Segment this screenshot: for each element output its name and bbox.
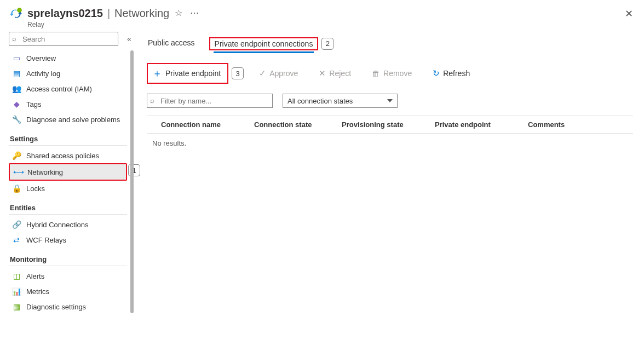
sidebar-item-tags[interactable]: ◆ Tags — [9, 96, 127, 112]
approve-button[interactable]: ✓ Approve — [254, 66, 303, 81]
col-connection-name[interactable]: Connection name — [161, 120, 254, 129]
blade-header: sprelayns0215 | Networking ☆ ⋯ Relay ✕ — [0, 0, 644, 32]
close-icon: ✕ — [625, 8, 633, 19]
sidebar-search-input[interactable] — [9, 32, 118, 46]
col-connection-state[interactable]: Connection state — [254, 120, 342, 129]
sidebar-item-overview[interactable]: ▭ Overview — [9, 50, 127, 66]
remove-button[interactable]: 🗑 Remove — [366, 66, 417, 81]
search-icon: ⌕ — [150, 96, 154, 105]
lock-icon: 🔒 — [12, 184, 21, 193]
hybrid-icon: 🔗 — [12, 220, 21, 229]
x-icon: ✕ — [319, 68, 326, 78]
chevron-left-icon: « — [127, 34, 131, 43]
col-provisioning-state[interactable]: Provisioning state — [342, 120, 435, 129]
refresh-icon: ↻ — [433, 68, 440, 78]
tab-bar: Public access Private endpoint connectio… — [147, 35, 633, 52]
sidebar-item-label: Diagnostic settings — [26, 303, 86, 311]
grid-empty-message: No results. — [147, 134, 633, 153]
check-icon: ✓ — [259, 68, 266, 78]
diagnose-icon: 🔧 — [12, 115, 21, 124]
overview-icon: ▭ — [12, 54, 21, 62]
search-icon: ⌕ — [12, 34, 16, 43]
sidebar-item-hybrid-connections[interactable]: 🔗 Hybrid Connections — [9, 217, 127, 232]
resource-name: sprelayns0215 — [27, 7, 103, 20]
sidebar-item-label: Diagnose and solve problems — [26, 116, 120, 124]
connections-grid: Connection name Connection state Provisi… — [147, 116, 633, 153]
sidebar-section-settings: Settings — [10, 135, 127, 143]
grid-header-row: Connection name Connection state Provisi… — [147, 116, 633, 134]
col-private-endpoint[interactable]: Private endpoint — [435, 120, 528, 129]
sidebar-item-metrics[interactable]: 📊 Metrics — [9, 284, 127, 299]
sidebar-item-label: Alerts — [26, 272, 44, 280]
sidebar-item-access-control[interactable]: 👥 Access control (IAM) — [9, 81, 127, 96]
metrics-icon: 📊 — [12, 287, 21, 296]
sidebar-item-label: Shared access policies — [26, 152, 99, 160]
networking-icon: ⟷ — [13, 168, 22, 176]
wcf-icon: ⇄ — [12, 235, 21, 244]
more-button[interactable]: ⋯ — [188, 7, 201, 20]
diagnostic-icon: ▦ — [12, 302, 21, 311]
cmd-label: Refresh — [443, 69, 470, 78]
key-icon: 🔑 — [12, 151, 21, 160]
sidebar-item-shared-access-policies[interactable]: 🔑 Shared access policies — [9, 148, 127, 163]
callout-badge-2: 2 — [321, 38, 334, 50]
sidebar-item-label: Access control (IAM) — [26, 85, 92, 93]
ellipsis-icon: ⋯ — [190, 8, 199, 18]
iam-icon: 👥 — [12, 84, 21, 93]
sidebar-item-alerts[interactable]: ◫ Alerts — [9, 268, 127, 284]
star-icon: ☆ — [175, 8, 182, 18]
sidebar-item-activity-log[interactable]: ▤ Activity log — [9, 66, 127, 81]
svg-point-0 — [17, 8, 22, 13]
sidebar-item-label: Overview — [26, 54, 56, 62]
cmd-label: Reject — [329, 69, 351, 78]
alerts-icon: ◫ — [12, 272, 21, 280]
sidebar-item-label: Metrics — [26, 287, 49, 296]
add-private-endpoint-button[interactable]: ＋ Private endpoint — [147, 63, 228, 84]
command-bar: ＋ Private endpoint 3 ✓ Approve ✕ Reject … — [147, 63, 633, 84]
sidebar-section-entities: Entities — [10, 204, 127, 212]
refresh-button[interactable]: ↻ Refresh — [427, 66, 475, 81]
sidebar-item-label: Tags — [26, 100, 41, 108]
title-separator: | — [107, 7, 110, 20]
activity-log-icon: ▤ — [12, 69, 21, 78]
sidebar-section-monitoring: Monitoring — [10, 255, 127, 263]
cmd-label: Approve — [269, 69, 298, 78]
sidebar-item-diagnostic-settings[interactable]: ▦ Diagnostic settings — [9, 299, 127, 314]
blade-title: Networking — [114, 7, 169, 20]
dropdown-value: All connection states — [288, 97, 353, 105]
sidebar-item-networking[interactable]: ⟷ Networking — [9, 163, 127, 181]
content-area: Public access Private endpoint connectio… — [131, 32, 644, 350]
plus-icon: ＋ — [152, 67, 162, 80]
tags-icon: ◆ — [12, 100, 21, 108]
col-comments[interactable]: Comments — [528, 120, 633, 129]
trash-icon: 🗑 — [372, 69, 380, 78]
sidebar-item-diagnose[interactable]: 🔧 Diagnose and solve problems — [9, 112, 127, 127]
sidebar: ⌕ « ▭ Overview ▤ Activity log 👥 Access c… — [0, 32, 131, 350]
connection-state-dropdown[interactable]: All connection states — [283, 94, 398, 108]
sidebar-item-label: WCF Relays — [26, 236, 66, 244]
callout-badge-3: 3 — [232, 67, 244, 79]
reject-button[interactable]: ✕ Reject — [313, 66, 357, 81]
sidebar-item-locks[interactable]: 🔒 Locks — [9, 181, 127, 196]
favorite-button[interactable]: ☆ — [173, 7, 185, 20]
tab-private-endpoint-connections[interactable]: Private endpoint connections — [214, 36, 314, 53]
sidebar-item-label: Activity log — [26, 70, 60, 78]
sidebar-item-wcf-relays[interactable]: ⇄ WCF Relays — [9, 232, 127, 248]
sidebar-item-label: Hybrid Connections — [26, 221, 88, 229]
close-button[interactable]: ✕ — [623, 7, 635, 21]
cmd-label: Remove — [383, 69, 412, 78]
relay-icon — [9, 7, 23, 21]
filter-by-name-input[interactable] — [147, 94, 273, 108]
resource-type: Relay — [27, 21, 623, 28]
cmd-label: Private endpoint — [165, 69, 221, 78]
sidebar-item-label: Locks — [26, 185, 45, 193]
sidebar-item-label: Networking — [27, 168, 63, 176]
tab-public-access[interactable]: Public access — [147, 35, 196, 52]
